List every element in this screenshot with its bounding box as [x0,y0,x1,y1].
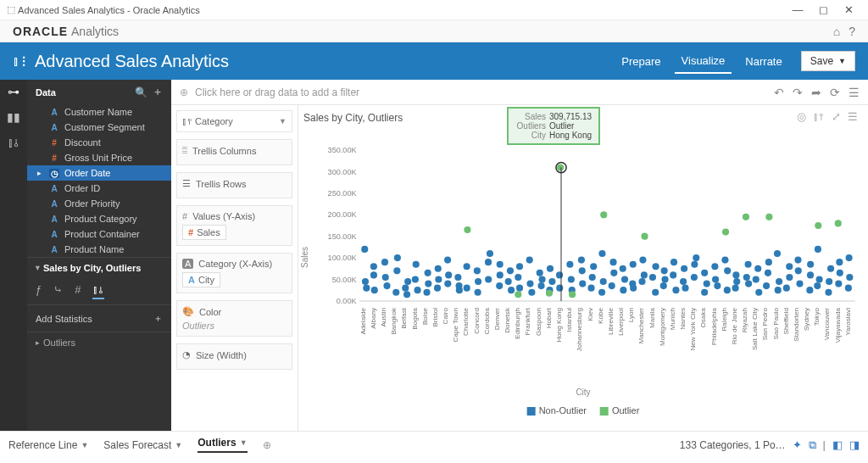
svg-point-128 [609,282,615,289]
color-shelf[interactable]: 🎨Color Outliers [176,300,292,337]
svg-point-205 [641,233,648,240]
field-item[interactable]: AProduct Name [27,242,171,257]
category-icon: A [182,259,193,269]
search-icon[interactable]: 🔍 [135,86,147,98]
viz-section-caret-icon[interactable]: ▸ [34,266,42,271]
svg-point-197 [846,274,853,281]
minimize-button[interactable]: — [785,3,810,16]
tool-analytics-icon[interactable]: ⫿⫰ [92,283,104,299]
tool-function-icon[interactable]: ƒ [36,283,42,299]
save-caret-icon[interactable]: ▼ [838,57,846,65]
panel-left-icon[interactable]: ◧ [832,438,843,451]
svg-text:Bogota: Bogota [411,308,419,330]
svg-point-175 [774,250,781,257]
svg-point-170 [754,265,761,272]
viz-menu-icon[interactable]: ☰ [848,110,858,123]
svg-point-183 [794,257,801,264]
size-icon: ◔ [182,349,191,360]
share-icon[interactable]: ➦ [811,86,821,99]
tool-branch-icon[interactable]: ⤷ [53,283,63,299]
svg-point-190 [826,278,832,285]
svg-point-64 [382,274,389,281]
size-shelf[interactable]: ◔Size (Width) [176,343,292,370]
category-chip[interactable]: ACity [182,272,220,287]
svg-text:Charlotte: Charlotte [462,308,470,336]
svg-point-125 [598,289,605,296]
refresh-icon[interactable]: ⟳ [830,86,840,99]
field-item[interactable]: #Gross Unit Price [27,150,171,165]
svg-text:Vijayawada: Vijayawada [834,308,842,343]
field-item[interactable]: AOrder Priority [27,196,171,211]
svg-point-127 [610,270,617,276]
chart-type-icon[interactable]: ⫿⫯ [813,110,825,123]
svg-text:300.00K: 300.00K [328,168,357,176]
svg-point-206 [722,229,729,236]
svg-point-179 [786,263,793,270]
svg-point-138 [638,278,645,285]
tab-visualize[interactable]: Visualize [675,49,732,74]
panel-right-icon[interactable]: ◨ [849,438,860,451]
scatter-chart[interactable]: 0.00K50.00K100.00K150.00K200.00K250.00K3… [326,127,860,380]
add-canvas-icon[interactable]: ⊕ [263,439,271,451]
canvas-tab-sales-forecast[interactable]: Sales Forecast▼ [103,439,182,451]
canvas-tab-reference-line[interactable]: Reference Line▼ [8,439,88,451]
target-icon[interactable]: ◎ [797,110,806,123]
category-shelf[interactable]: ACategory (X-Axis) ACity [176,253,292,293]
auto-viz-icon[interactable]: ✦ [793,438,802,451]
field-item[interactable]: AProduct Category [27,211,171,226]
undo-icon[interactable]: ↶ [774,86,784,99]
product-name: Analytics [71,25,119,38]
field-item[interactable]: ▸◷Order Date [27,165,171,181]
project-icon: ⫾⫶ [13,53,28,70]
add-statistics-row[interactable]: Add Statistics ＋ [27,304,171,332]
svg-point-142 [660,282,667,289]
copy-viz-icon[interactable]: ⧉ [809,438,816,452]
canvas-tab-outliers[interactable]: Outliers▼ [198,437,247,453]
add-filter-icon[interactable]: ⊕ [180,86,188,98]
tab-prepare[interactable]: Prepare [615,50,667,73]
field-item[interactable]: #Discount [27,135,171,150]
field-item[interactable]: AOrder ID [27,181,171,196]
trellis-columns-shelf[interactable]: ⦙⦙⦙Trellis Columns [176,139,292,165]
visualization-canvas[interactable]: Sales by City, Outliers ◎ ⫿⫯ ⤢ ☰ Sales30… [298,105,868,431]
help-icon[interactable]: ? [849,25,855,38]
field-item[interactable]: ACustomer Name [27,104,171,120]
svg-point-96 [497,271,504,278]
rail-data-icon[interactable]: ⊶ [8,85,19,98]
field-item[interactable]: AProduct Container [27,226,171,242]
svg-text:Hong Kong: Hong Kong [555,308,563,343]
values-shelf[interactable]: #Values (Y-Axis) #Sales [176,205,292,246]
svg-point-188 [815,246,821,253]
tab-narrate[interactable]: Narrate [738,50,788,73]
svg-text:Manchester: Manchester [637,308,645,344]
svg-point-209 [815,222,821,229]
svg-text:Osaka: Osaka [699,308,707,328]
rail-viz-icon[interactable]: ▮▮ [7,110,20,124]
expand-icon[interactable]: ⤢ [832,110,841,123]
app-icon: ⬚ [7,4,15,15]
svg-text:Denver: Denver [493,308,501,330]
field-item[interactable]: ACustomer Segment [27,120,171,135]
tool-grid-icon[interactable]: # [75,283,81,299]
outliers-row[interactable]: ▸ Outliers [27,332,171,353]
trellis-rows-shelf[interactable]: ☰Trellis Rows [176,172,292,198]
maximize-button[interactable]: ◻ [810,3,836,16]
svg-point-139 [652,289,659,296]
svg-point-140 [649,274,656,281]
save-button[interactable]: Save▼ [801,51,855,71]
filter-hint[interactable]: Click here or drag data to add a filter [195,86,359,98]
svg-point-61 [371,287,378,293]
redo-icon[interactable]: ↷ [793,86,803,99]
menu-icon[interactable]: ☰ [849,86,860,99]
rail-analytics-icon[interactable]: ⫿⫰ [8,136,19,149]
plus-icon[interactable]: ＋ [153,312,163,325]
svg-point-191 [827,265,834,272]
home-icon[interactable]: ⌂ [833,25,840,38]
page-title: Advanced Sales Analytics [35,52,229,71]
close-button[interactable]: ✕ [836,3,861,16]
svg-text:Sao Paulo: Sao Paulo [772,308,780,340]
values-chip[interactable]: #Sales [182,225,226,240]
add-data-icon[interactable]: ＋ [153,85,163,99]
svg-point-145 [670,259,677,265]
viz-type-dropdown[interactable]: ⫿⫯ Category ▼ [176,110,292,132]
